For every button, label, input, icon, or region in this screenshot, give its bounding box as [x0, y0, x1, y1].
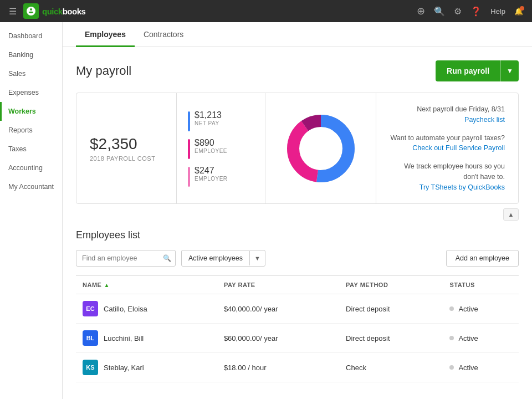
employee-name-0: Catillo, Eloisa [104, 305, 147, 313]
employee-name-1: Lucchini, Bill [104, 334, 144, 342]
filter-caret-icon: ▼ [249, 251, 265, 265]
notification-dot [520, 6, 524, 11]
th-name[interactable]: NAME ▲ [76, 276, 217, 294]
status-dot-0 [449, 306, 454, 311]
table-row[interactable]: BL Lucchini, Bill $60,000.00/ year Direc… [76, 324, 519, 353]
employees-list-section: Employees list 🔍 Active employees ▼ Add … [76, 229, 519, 382]
tab-employees[interactable]: Employees [76, 22, 135, 47]
sidebar-item-expenses[interactable]: Expenses [0, 83, 62, 102]
automate-taxes-info: Want to automate your payroll taxes? Che… [390, 133, 505, 154]
payroll-summary-card: $2,350 2018 PAYROLL COST $1,213 NET PAY [76, 93, 519, 204]
summary-breakdown-section: $1,213 NET PAY $890 EMPLOYEE [176, 93, 265, 203]
pay-method-cell-1: Direct deposit [339, 324, 443, 353]
add-icon[interactable]: ⊕ [417, 5, 425, 17]
employee-tax-item: $890 EMPLOYEE [188, 138, 254, 159]
help-icon[interactable]: ❓ [470, 6, 482, 17]
sidebar-item-reports[interactable]: Reports [0, 121, 62, 140]
employee-amount: $890 [195, 138, 227, 148]
pay-method-cell-2: Check [339, 353, 443, 382]
topnav-left: ☰ quickbooks [9, 3, 85, 19]
track-text: We track employee hours so you don't hav… [404, 162, 505, 181]
collapse-button[interactable]: ▲ [503, 208, 519, 221]
search-input[interactable] [76, 250, 176, 267]
name-cell-1: BL Lucchini, Bill [76, 324, 217, 353]
filter-dropdown[interactable]: Active employees ▼ [181, 250, 265, 267]
automate-text: Want to automate your payroll taxes? [390, 134, 505, 142]
track-hours-info: We track employee hours so you don't hav… [390, 161, 505, 192]
main-content: Employees Contractors My payroll Run pay… [63, 22, 532, 399]
hamburger-icon[interactable]: ☰ [9, 6, 17, 17]
topnav: ☰ quickbooks ⊕ 🔍 ⚙ ❓ Help 🔔 [0, 0, 532, 22]
employee-tax-info: $890 EMPLOYEE [195, 138, 227, 154]
filter-label: Active employees [182, 250, 249, 266]
employees-table: NAME ▲ PAY RATE PAY METHOD STATUS EC [76, 275, 519, 382]
search-icon: 🔍 [163, 254, 171, 262]
table-row[interactable]: KS Steblay, Kari $18.00 / hour Check Act… [76, 353, 519, 382]
gear-icon[interactable]: ⚙ [454, 6, 462, 17]
next-payroll-info: Next payroll due Friday, 8/31 Paycheck l… [390, 104, 505, 125]
sidebar-item-sales[interactable]: Sales [0, 64, 62, 83]
employee-name-2: Steblay, Kari [104, 364, 144, 372]
table-row[interactable]: EC Catillo, Eloisa $40,000.00/ year Dire… [76, 294, 519, 324]
table-header-row: NAME ▲ PAY RATE PAY METHOD STATUS [76, 276, 519, 294]
tab-contractors[interactable]: Contractors [135, 22, 192, 47]
sidebar: Dashboard Banking Sales Expenses Workers… [0, 22, 63, 399]
net-pay-item: $1,213 NET PAY [188, 110, 254, 131]
paycheck-list-link[interactable]: Paycheck list [390, 115, 505, 125]
svg-point-4 [300, 127, 342, 170]
sidebar-item-dashboard[interactable]: Dashboard [0, 27, 62, 45]
avatar-1: BL [83, 330, 98, 346]
sidebar-item-accounting[interactable]: Accounting [0, 158, 62, 177]
th-pay-method[interactable]: PAY METHOD [339, 276, 443, 294]
th-pay-rate[interactable]: PAY RATE [217, 276, 339, 294]
total-payroll-label: 2018 PAYROLL COST [90, 155, 163, 162]
list-controls: 🔍 Active employees ▼ Add an employee [76, 250, 519, 267]
pay-method-cell-0: Direct deposit [339, 294, 443, 324]
next-payroll-text: Next payroll due Friday, 8/31 [417, 105, 505, 113]
employees-list-title: Employees list [76, 229, 519, 241]
status-label-0: Active [458, 305, 478, 313]
full-service-link[interactable]: Check out Full Service Payroll [390, 143, 505, 154]
name-cell-0: EC Catillo, Eloisa [76, 294, 217, 324]
total-payroll-amount: $2,350 [90, 135, 163, 153]
status-cell-1: Active [443, 324, 519, 353]
notification-icon[interactable]: 🔔 [514, 7, 523, 16]
employer-tax-item: $247 EMPLOYER [188, 166, 254, 187]
add-employee-button[interactable]: Add an employee [446, 250, 519, 267]
run-payroll-button[interactable]: Run payroll ▼ [436, 60, 519, 81]
run-payroll-label: Run payroll [436, 61, 500, 81]
run-payroll-caret-icon[interactable]: ▼ [501, 62, 519, 80]
sort-arrow-icon: ▲ [104, 282, 109, 288]
logo-icon [23, 3, 39, 19]
sidebar-item-my-accountant[interactable]: My Accountant [0, 177, 62, 196]
help-label[interactable]: Help [490, 7, 505, 16]
net-pay-label: NET PAY [195, 120, 222, 126]
summary-cost-section: $2,350 2018 PAYROLL COST [76, 93, 176, 203]
employer-bar [188, 167, 190, 187]
status-dot-1 [449, 336, 454, 340]
employee-label: EMPLOYEE [195, 148, 227, 154]
employee-bar [188, 139, 190, 159]
avatar-0: EC [83, 301, 98, 316]
th-status[interactable]: STATUS [443, 276, 519, 294]
search-icon[interactable]: 🔍 [434, 6, 445, 17]
name-cell-2: KS Steblay, Kari [76, 353, 217, 382]
net-pay-amount: $1,213 [195, 110, 222, 120]
main-layout: Dashboard Banking Sales Expenses Workers… [0, 22, 532, 399]
net-pay-info: $1,213 NET PAY [195, 110, 222, 126]
status-cell-0: Active [443, 294, 519, 324]
sidebar-item-taxes[interactable]: Taxes [0, 140, 62, 158]
logo-text: quickbooks [42, 7, 85, 16]
tsheets-link[interactable]: Try TSheets by QuickBooks [390, 182, 505, 193]
status-label-2: Active [458, 364, 478, 372]
page-content: My payroll Run payroll ▼ $2,350 2018 PAY… [63, 47, 532, 396]
employer-tax-info: $247 EMPLOYER [195, 166, 228, 182]
payroll-donut-chart [265, 93, 376, 203]
payroll-header: My payroll Run payroll ▼ [76, 60, 519, 81]
search-input-wrap: 🔍 [76, 250, 176, 267]
sidebar-item-workers[interactable]: Workers [0, 102, 62, 121]
net-pay-bar [188, 111, 190, 131]
employer-label: EMPLOYER [195, 176, 228, 182]
sidebar-item-banking[interactable]: Banking [0, 45, 62, 64]
employer-amount: $247 [195, 166, 228, 176]
